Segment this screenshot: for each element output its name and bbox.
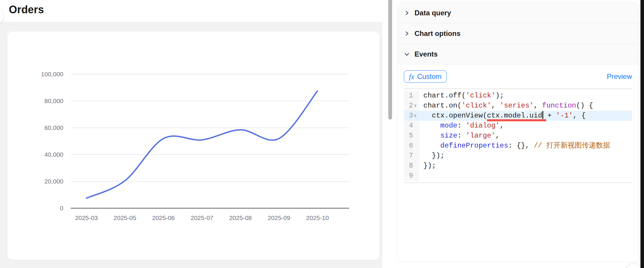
line-number: 2: [409, 101, 413, 111]
editor-gutter: 3∨: [404, 111, 419, 121]
code-token: size: [440, 132, 458, 140]
editor-gutter: 8: [404, 161, 419, 171]
x-axis-tick-label: 2025-09: [267, 214, 290, 221]
code-token: ,: [496, 132, 500, 140]
code-token: );: [496, 92, 504, 100]
code-token: mode: [440, 122, 458, 130]
code-line-text: chart.on('click', 'series', function() {: [419, 101, 593, 111]
code-line-text: [419, 171, 423, 181]
code-line-text: });: [419, 151, 445, 161]
code-token: chart.off(: [423, 92, 466, 100]
editor-gutter: 4: [404, 121, 419, 131]
code-token: , {: [573, 112, 586, 120]
y-axis-tick-label: 60,000: [44, 124, 63, 131]
code-token: [423, 132, 440, 140]
fold-icon[interactable]: ∨: [414, 104, 418, 108]
code-token: chart.on(: [423, 102, 462, 110]
line-number: 5: [409, 131, 413, 141]
chevron-down-icon: [404, 51, 410, 57]
code-line[interactable]: 7 });: [404, 151, 632, 161]
preview-link[interactable]: Preview: [607, 72, 632, 81]
line-number: 3: [409, 111, 413, 121]
code-token: });: [423, 152, 445, 160]
chart-card: 020,00040,00060,00080,000100,0002025-032…: [7, 32, 379, 260]
floating-button[interactable]: [626, 264, 642, 268]
code-editor[interactable]: 1chart.off('click');2∨chart.on('click', …: [404, 89, 632, 183]
line-number: 9: [409, 171, 413, 181]
section-events[interactable]: Events: [397, 44, 638, 64]
editor-gutter: 9: [404, 171, 419, 181]
series-line[interactable]: [86, 91, 317, 198]
page-title: Orders: [0, 0, 382, 16]
section-chart-options[interactable]: Chart options: [397, 23, 638, 44]
code-line-text: defineProperties: {}, // 打开新视图传递数据: [419, 141, 610, 151]
events-section-body: fx Custom Preview 1chart.off('click');2∨…: [397, 64, 638, 183]
chart-area-background: 020,00040,00060,00080,000100,0002025-032…: [0, 22, 382, 268]
code-token: defineProperties: [440, 142, 508, 150]
events-toolbar: fx Custom Preview: [397, 64, 638, 83]
y-axis-tick-label: 0: [60, 205, 63, 211]
fx-icon: fx: [409, 73, 414, 80]
code-line[interactable]: 8});: [404, 161, 632, 171]
code-line-text: });: [419, 161, 436, 171]
code-line-text: size: 'large',: [419, 131, 500, 141]
error-underlined-token: ctx.model.uid: [487, 112, 542, 120]
block-header: Orders: [0, 0, 382, 22]
y-axis-tick-label: 20,000: [44, 178, 63, 185]
right-edge-strip: [640, 0, 644, 268]
code-line[interactable]: 2∨chart.on('click', 'series', function()…: [404, 101, 632, 111]
line-number: 4: [409, 121, 413, 131]
code-line[interactable]: 6 defineProperties: {}, // 打开新视图传递数据: [404, 141, 632, 151]
code-token: 'series': [500, 102, 534, 110]
code-token: 'click': [466, 92, 496, 100]
code-line-text: ctx.openView(ctx.model.uid + '-1', {: [419, 111, 586, 121]
code-token: :: [457, 122, 466, 130]
x-axis-tick-label: 2025-06: [152, 214, 175, 221]
line-number: 1: [409, 91, 413, 101]
code-token: [423, 122, 440, 130]
fold-icon[interactable]: ∨: [414, 114, 418, 118]
editor-gutter: 5: [404, 131, 419, 141]
code-line[interactable]: 5 size: 'large',: [404, 131, 632, 141]
code-token: 'click': [462, 102, 491, 110]
code-token: '-1': [556, 112, 573, 120]
x-axis-tick-label: 2025-07: [191, 214, 213, 221]
editor-gutter: 6: [404, 141, 419, 151]
code-token: function: [542, 102, 576, 110]
code-token: ,: [491, 102, 500, 110]
code-line-text: chart.off('click');: [419, 91, 504, 101]
app: Orders 020,00040,00060,00080,000100,0002…: [0, 0, 644, 268]
code-token: +: [543, 112, 556, 120]
section-label: Events: [415, 50, 438, 58]
y-axis-tick-label: 40,000: [44, 151, 63, 158]
code-line[interactable]: 9: [404, 171, 632, 181]
code-token: 'large': [466, 132, 496, 140]
y-axis-tick-label: 100,000: [41, 71, 63, 77]
line-number: 8: [409, 161, 413, 171]
code-line-text: mode: 'dialog',: [419, 121, 504, 131]
x-axis-tick-label: 2025-03: [75, 214, 98, 221]
code-token: [423, 142, 440, 150]
editor-gutter: 7: [404, 151, 419, 161]
line-number: 7: [409, 151, 413, 161]
editor-gutter: 1: [404, 91, 419, 101]
chevron-right-icon: [404, 31, 410, 37]
orders-line-chart[interactable]: 020,00040,00060,00080,000100,0002025-032…: [7, 32, 379, 260]
code-line[interactable]: 3∨ ctx.openView(ctx.model.uid + '-1', {: [404, 111, 632, 121]
section-label: Chart options: [415, 29, 460, 38]
x-axis-tick-label: 2025-10: [306, 214, 329, 221]
chart-block-region: Orders 020,00040,00060,00080,000100,0002…: [0, 0, 382, 268]
code-line[interactable]: 4 mode: 'dialog',: [404, 121, 632, 131]
section-label: Data query: [415, 9, 451, 17]
x-axis-tick-label: 2025-08: [229, 214, 252, 221]
settings-panel: Data query Chart options Events fx Custo…: [397, 2, 639, 262]
x-axis-tick-label: 2025-05: [114, 214, 136, 221]
code-line[interactable]: 1chart.off('click');: [404, 91, 632, 101]
code-token: // 打开新视图传递数据: [534, 142, 610, 150]
section-data-query[interactable]: Data query: [397, 3, 638, 23]
custom-button-label: Custom: [417, 72, 442, 81]
y-axis-tick-label: 80,000: [44, 97, 63, 104]
code-token: () {: [576, 102, 593, 110]
custom-event-button[interactable]: fx Custom: [404, 70, 447, 83]
vertical-scrollbar[interactable]: [388, 0, 392, 120]
